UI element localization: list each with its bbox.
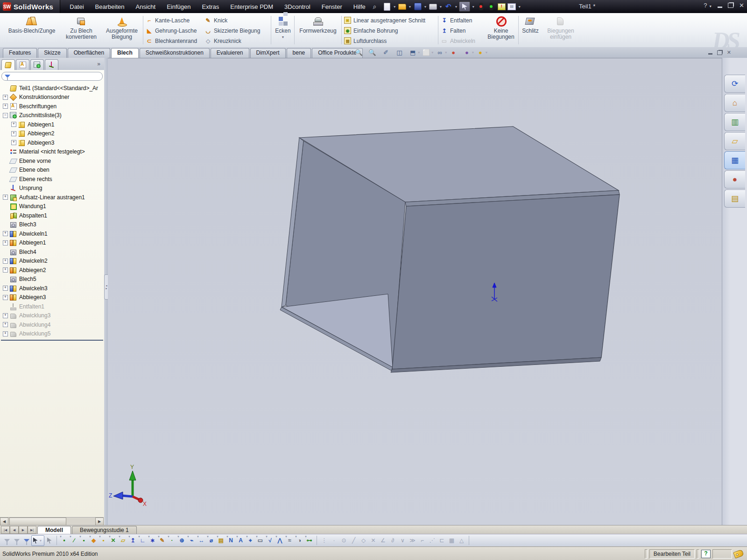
tree-item[interactable]: Ebene vorne: [0, 156, 104, 166]
falten-button[interactable]: ↥Falten: [441, 27, 465, 35]
gehrung-lasche-button[interactable]: ◣Gehrung-Lasche: [146, 27, 197, 35]
taskpane-resources-icon[interactable]: ⟳: [724, 75, 745, 93]
tree-filter-input[interactable]: [1, 72, 103, 81]
tree-item[interactable]: Teil1 (Standard<<Standard>_Ar: [0, 84, 104, 93]
tree-expand-toggle[interactable]: +: [3, 295, 8, 300]
tree-item[interactable]: Wandung1: [0, 202, 104, 211]
model-tab-next-icon[interactable]: ▶: [19, 526, 28, 534]
scroll-right-icon[interactable]: ▶: [95, 518, 104, 525]
taskpane-design-library-icon[interactable]: ▥: [724, 113, 745, 131]
snap-nearest-icon[interactable]: ∨: [398, 536, 408, 546]
tree-item[interactable]: + Abwickeln1: [0, 229, 104, 238]
select-tool-icon[interactable]: [459, 1, 470, 12]
zoom-fit-icon[interactable]: 🔍 ▼: [355, 49, 367, 56]
display-pane-icon[interactable]: ▤: [507, 3, 516, 10]
tree-horizontal-scrollbar[interactable]: ◀ ▶: [0, 517, 104, 525]
tree-item[interactable]: + Abbiegen1: [0, 238, 104, 248]
tree-item[interactable]: Ebene rechts: [0, 175, 104, 184]
tree-expand-toggle[interactable]: +: [3, 331, 8, 336]
tree-item[interactable]: Ebene oben: [0, 166, 104, 175]
snap-angle2-icon[interactable]: △: [457, 536, 466, 546]
command-tab[interactable]: Skizze: [38, 48, 66, 58]
formwerkzeug-button[interactable]: Formwerkzeug: [296, 14, 340, 45]
linear-schnitt-button[interactable]: ▣ Linear ausgetragener Schnitt: [344, 16, 425, 24]
tree-item[interactable]: + Abbiegen3: [0, 138, 104, 147]
tree-item[interactable]: + Abwickeln2: [0, 257, 104, 266]
tree-expand-toggle[interactable]: −: [3, 113, 8, 118]
snap-center-icon[interactable]: ⊙: [339, 536, 349, 546]
print-icon[interactable]: [429, 4, 437, 10]
entfalten-button[interactable]: ↧Entfalten: [441, 16, 472, 24]
schlitz-button[interactable]: Schlitz: [520, 14, 541, 45]
command-tab[interactable]: DimXpert: [250, 48, 286, 58]
snap-points-icon[interactable]: ⋮: [319, 536, 329, 546]
snap-line-icon[interactable]: ╱: [349, 536, 359, 546]
taskpane-custom-properties-icon[interactable]: ▤: [724, 189, 745, 208]
command-tab[interactable]: Oberflächen: [68, 48, 110, 58]
rollback-bar[interactable]: [1, 340, 103, 341]
list-dropdown-icon[interactable]: ▼: [518, 5, 521, 8]
new-document-icon[interactable]: [384, 3, 390, 11]
menu-item[interactable]: Datei: [65, 1, 88, 12]
tree-item[interactable]: + Abbiegen2: [0, 129, 104, 139]
save-icon[interactable]: [414, 3, 422, 10]
configurationmanager-tab[interactable]: [30, 59, 44, 70]
keine-biegungen-button[interactable]: Keine Biegungen: [486, 14, 516, 45]
filter-axes-icon[interactable]: ✕: [108, 536, 118, 546]
tags-icon[interactable]: [733, 549, 744, 559]
tree-item[interactable]: + Abwicklung3: [0, 311, 104, 321]
tree-expand-toggle[interactable]: +: [3, 259, 8, 264]
save-dropdown-icon[interactable]: ▼: [424, 5, 427, 8]
tree-item[interactable]: + Konstruktionsordner: [0, 93, 104, 102]
taskpane-home-icon[interactable]: ⌂: [724, 94, 745, 112]
tree-expand-toggle[interactable]: +: [3, 95, 8, 100]
zu-blech-konvertieren-button[interactable]: Zu Blech konvertieren: [62, 14, 101, 45]
panel-tabs-more-icon[interactable]: »: [97, 61, 100, 67]
open-dropdown-icon[interactable]: ▼: [409, 5, 412, 8]
menu-item[interactable]: Bearbeiten: [91, 1, 129, 12]
3d-model-open-box[interactable]: Y Z X: [108, 58, 722, 525]
snap-points2-icon[interactable]: ⋰: [427, 536, 437, 546]
snap-hv-icon[interactable]: ⌐: [417, 536, 427, 546]
blechkantenrand-button[interactable]: ⊂Blechkantenrand: [146, 37, 197, 45]
filter-faces-icon[interactable]: ▪: [79, 536, 89, 546]
select-all-filters-icon[interactable]: [24, 539, 29, 542]
luftdurchlass-button[interactable]: ▩ Luftdurchlass: [344, 37, 387, 45]
filter-notes-icon[interactable]: N: [226, 536, 236, 546]
menu-item[interactable]: Hilfe: [349, 1, 370, 12]
snap-quadrant-icon[interactable]: ◇: [359, 536, 368, 546]
section-view-icon[interactable]: ◫ ▼: [395, 49, 408, 56]
filter-connection-points-icon[interactable]: ⊶: [304, 536, 314, 546]
edit-appearance-icon[interactable]: ● ▼: [450, 49, 462, 56]
menu-item[interactable]: Einfügen: [162, 1, 195, 12]
apply-scene-icon[interactable]: ● ▼: [463, 49, 475, 56]
filter-coordinate-systems-icon[interactable]: ∟: [138, 536, 148, 546]
basis-blech-button[interactable]: Basis-Blech/Zunge: [4, 14, 60, 45]
filter-center-marks-icon[interactable]: ⊕: [177, 536, 187, 546]
select-dropdown-icon[interactable]: ▼: [472, 5, 475, 8]
hide-show-items-icon[interactable]: ∞ ▼: [436, 49, 448, 56]
minimize-button[interactable]: [718, 7, 722, 8]
featuremanager-tab[interactable]: [1, 59, 15, 70]
filter-midpoints-icon[interactable]: ·: [167, 536, 177, 546]
clear-filters-icon[interactable]: [14, 539, 20, 542]
command-tab[interactable]: Features: [3, 48, 37, 58]
filter-weld-beads-icon[interactable]: ≈: [285, 536, 295, 546]
snap-angle-icon[interactable]: ∠: [378, 536, 388, 546]
model-tab[interactable]: Modell: [37, 526, 71, 534]
options-icon[interactable]: !: [498, 3, 506, 10]
tree-expand-toggle[interactable]: +: [3, 322, 8, 327]
dimxpertmanager-tab[interactable]: [45, 59, 58, 70]
einfache-bohrung-button[interactable]: ◉ Einfache Bohrung: [344, 27, 398, 35]
command-tab[interactable]: Schweißkonstruktionen: [140, 48, 210, 58]
tree-item[interactable]: Entfalten1: [0, 302, 104, 311]
close-button[interactable]: ✕: [739, 2, 744, 9]
snap-parallel-icon[interactable]: ≫: [408, 536, 417, 546]
command-tab[interactable]: Blech: [111, 48, 139, 58]
menu-item[interactable]: Enterprise PDM: [226, 1, 278, 12]
command-tab[interactable]: bene: [287, 48, 311, 58]
restore-button[interactable]: [728, 3, 733, 8]
filter-datums-icon[interactable]: ▭: [255, 536, 265, 546]
taskpane-appearances-icon[interactable]: ●: [724, 170, 745, 189]
tree-expand-toggle[interactable]: +: [3, 195, 8, 200]
